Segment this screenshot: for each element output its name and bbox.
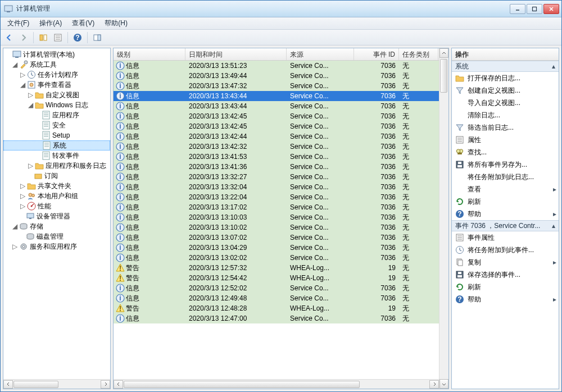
- action-find[interactable]: 查找...: [452, 146, 559, 158]
- event-row[interactable]: 信息2020/3/13 13:10:02Service Co...7036无: [114, 222, 439, 233]
- tree-windows-logs[interactable]: ◢Windows 日志: [3, 100, 110, 110]
- event-row[interactable]: 信息2020/3/13 13:32:27Service Co...7036无: [114, 172, 439, 182]
- event-row[interactable]: 信息2020/3/13 12:47:00Service Co...7036无: [114, 313, 439, 323]
- event-row[interactable]: 信息2020/3/13 13:42:45Service Co...7036无: [114, 121, 439, 131]
- actions-section-event[interactable]: 事件 7036 ，Service Contr...▴: [452, 220, 559, 231]
- action-pane-button[interactable]: [91, 31, 103, 44]
- action-event-properties[interactable]: 事件属性: [452, 231, 559, 244]
- tree-performance[interactable]: ▷性能: [3, 201, 110, 211]
- tree-app-log[interactable]: 应用程序: [3, 110, 110, 120]
- tree-custom-views[interactable]: ▷自定义视图: [3, 90, 110, 100]
- scroll-right-button[interactable]: [101, 380, 110, 389]
- close-button[interactable]: [543, 4, 559, 14]
- expand-icon[interactable]: ▷: [27, 91, 34, 99]
- expand-icon[interactable]: ▷: [19, 192, 26, 200]
- action-copy[interactable]: 复制▸: [452, 256, 559, 268]
- tree-system-tools[interactable]: ◢系统工具: [3, 60, 110, 70]
- scroll-track[interactable]: [13, 380, 101, 389]
- minimize-button[interactable]: [510, 4, 525, 14]
- event-row[interactable]: 信息2020/3/13 13:42:45Service Co...7036无: [114, 111, 439, 121]
- event-row[interactable]: 信息2020/3/13 13:43:44Service Co...7036无: [114, 101, 439, 111]
- event-row[interactable]: 信息2020/3/13 12:49:48Service Co...7036无: [114, 293, 439, 303]
- col-event-id[interactable]: 事件 ID: [354, 48, 399, 60]
- event-row[interactable]: 信息2020/3/13 13:02:02Service Co...7036无: [114, 253, 439, 263]
- tree-security-log[interactable]: 安全: [3, 120, 110, 130]
- tree-storage[interactable]: ◢存储: [3, 221, 110, 231]
- action-filter-log[interactable]: 筛选当前日志...: [452, 121, 559, 134]
- tree-root[interactable]: 计算机管理(本地): [3, 49, 110, 60]
- expand-icon[interactable]: ▷: [11, 243, 18, 250]
- menu-action[interactable]: 操作(A): [35, 17, 66, 29]
- action-clear-log[interactable]: 清除日志...: [452, 109, 559, 121]
- scroll-track[interactable]: [439, 58, 448, 379]
- action-create-custom-view[interactable]: 创建自定义视图...: [452, 84, 559, 97]
- expand-icon[interactable]: ▷: [19, 182, 26, 190]
- tree-task-scheduler[interactable]: ▷任务计划程序: [3, 70, 110, 80]
- scroll-right-button[interactable]: [429, 380, 439, 389]
- event-row[interactable]: 信息2020/3/13 13:07:02Service Co...7036无: [114, 233, 439, 243]
- action-attach-to-event[interactable]: 将任务附加到此事件...: [452, 244, 559, 256]
- tree-forwarded[interactable]: 转发事件: [3, 151, 110, 161]
- maximize-button[interactable]: [527, 4, 542, 14]
- action-attach-task[interactable]: 将任务附加到此日志...: [452, 171, 559, 183]
- collapse-icon[interactable]: ◢: [19, 81, 26, 89]
- event-row[interactable]: 警告2020/3/13 12:54:42WHEA-Log...19无: [114, 273, 439, 283]
- event-row[interactable]: 信息2020/3/13 13:17:02Service Co...7036无: [114, 202, 439, 212]
- event-row[interactable]: 信息2020/3/13 13:47:32Service Co...7036无: [114, 81, 439, 91]
- scroll-up-button[interactable]: [439, 48, 448, 58]
- scroll-track[interactable]: [123, 380, 429, 389]
- scroll-down-button[interactable]: [439, 379, 448, 389]
- event-row[interactable]: 信息2020/3/13 13:43:44Service Co...7036无: [114, 91, 439, 101]
- tree-shared-folders[interactable]: ▷共享文件夹: [3, 181, 110, 191]
- action-view[interactable]: 查看▸: [452, 183, 559, 195]
- tree-setup-log[interactable]: Setup: [3, 130, 110, 140]
- scroll-left-button[interactable]: [114, 380, 123, 389]
- event-row[interactable]: 信息2020/3/13 13:49:44Service Co...7036无: [114, 71, 439, 81]
- tree-system-log[interactable]: 系统: [3, 140, 110, 151]
- event-row[interactable]: 警告2020/3/13 12:57:32WHEA-Log...19无: [114, 263, 439, 273]
- event-list[interactable]: 信息2020/3/13 13:51:23Service Co...7036无信息…: [114, 61, 439, 379]
- action-help[interactable]: 帮助▸: [452, 208, 559, 220]
- event-row[interactable]: 信息2020/3/13 13:41:36Service Co...7036无: [114, 162, 439, 172]
- col-source[interactable]: 来源: [287, 48, 354, 60]
- event-row[interactable]: 警告2020/3/13 12:48:28WHEA-Log...19无: [114, 303, 439, 313]
- scroll-thumb[interactable]: [440, 59, 447, 93]
- col-datetime[interactable]: 日期和时间: [185, 48, 287, 60]
- scroll-thumb[interactable]: [124, 381, 360, 388]
- event-row[interactable]: 信息2020/3/13 13:32:04Service Co...7036无: [114, 182, 439, 192]
- action-help-2[interactable]: 帮助▸: [452, 293, 559, 306]
- tree[interactable]: 计算机管理(本地) ◢系统工具 ▷任务计划程序 ◢事件查看器 ▷自定义视图 ◢W…: [3, 48, 110, 379]
- menu-file[interactable]: 文件(F): [3, 17, 34, 29]
- col-task-category[interactable]: 任务类别: [399, 48, 438, 60]
- action-save-all[interactable]: 将所有事件另存为...: [452, 158, 559, 171]
- actions-section-system[interactable]: 系统▴: [452, 61, 559, 72]
- event-row[interactable]: 信息2020/3/13 12:52:02Service Co...7036无: [114, 283, 439, 293]
- action-save-selected[interactable]: 保存选择的事件...: [452, 268, 559, 281]
- back-button[interactable]: [3, 31, 15, 44]
- event-row[interactable]: 信息2020/3/13 13:41:53Service Co...7036无: [114, 152, 439, 162]
- menu-help[interactable]: 帮助(H): [100, 17, 132, 29]
- scroll-left-button[interactable]: [3, 380, 13, 389]
- event-row[interactable]: 信息2020/3/13 13:42:44Service Co...7036无: [114, 131, 439, 142]
- collapse-icon[interactable]: ◢: [27, 101, 34, 109]
- tree-device-manager[interactable]: 设备管理器: [3, 211, 110, 221]
- collapse-icon[interactable]: ◢: [11, 61, 18, 69]
- action-refresh-2[interactable]: 刷新: [452, 281, 559, 293]
- tree-subscriptions[interactable]: 订阅: [3, 171, 110, 181]
- show-hide-tree-button[interactable]: [37, 31, 49, 44]
- tree-hscrollbar[interactable]: [3, 379, 110, 389]
- help-button[interactable]: [71, 31, 84, 44]
- action-open-saved-log[interactable]: 打开保存的日志...: [452, 72, 559, 84]
- tree-disk-mgmt[interactable]: 磁盘管理: [3, 231, 110, 241]
- expand-icon[interactable]: ▷: [19, 71, 26, 79]
- action-import-view[interactable]: 导入自定义视图...: [452, 97, 559, 109]
- tree-local-users[interactable]: ▷本地用户和组: [3, 191, 110, 201]
- scroll-thumb[interactable]: [13, 381, 58, 388]
- list-vscrollbar[interactable]: [439, 48, 448, 389]
- expand-icon[interactable]: ▷: [27, 162, 34, 170]
- expand-icon[interactable]: ▷: [19, 202, 26, 210]
- event-row[interactable]: 信息2020/3/13 13:22:04Service Co...7036无: [114, 192, 439, 202]
- event-row[interactable]: 信息2020/3/13 13:10:03Service Co...7036无: [114, 212, 439, 222]
- menu-view[interactable]: 查看(V): [67, 17, 99, 29]
- tree-services-apps[interactable]: ▷服务和应用程序: [3, 241, 110, 252]
